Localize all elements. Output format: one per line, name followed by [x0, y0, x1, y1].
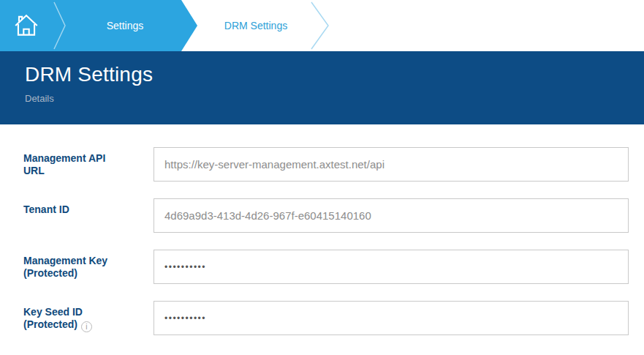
field-label: Management Key (Protected) — [0, 250, 154, 280]
tenant-id-input[interactable] — [154, 198, 629, 233]
field-row-tenant-id: Tenant ID — [0, 198, 644, 233]
drm-settings-page: Settings DRM Settings DRM Settings Detai… — [0, 0, 644, 355]
key-seed-id-input[interactable] — [154, 301, 629, 335]
chevron-right-icon — [311, 2, 328, 49]
field-label-text: Key Seed ID (Protected) — [23, 306, 83, 330]
field-label-text: Management Key (Protected) — [23, 255, 107, 279]
field-label: Management API URL — [0, 147, 154, 177]
breadcrumb-home[interactable] — [0, 0, 53, 51]
field-label-text: Management API URL — [23, 152, 105, 176]
breadcrumb-item-drm-settings[interactable]: DRM Settings — [203, 0, 308, 51]
management-key-input[interactable] — [154, 250, 629, 284]
page-header: DRM Settings Details — [0, 51, 644, 124]
management-api-url-input[interactable] — [154, 147, 629, 182]
page-subtitle: Details — [25, 93, 644, 104]
info-icon[interactable]: i — [81, 321, 92, 332]
home-icon — [12, 12, 40, 40]
breadcrumb-item-settings[interactable]: Settings — [70, 0, 180, 51]
field-label-text: Tenant ID — [23, 203, 69, 215]
field-label: Tenant ID — [0, 198, 154, 216]
field-label: Key Seed ID (Protected)i — [0, 301, 154, 332]
page-title: DRM Settings — [25, 63, 644, 86]
drm-settings-form: Management API URL Tenant ID Management … — [0, 124, 644, 335]
field-row-key-seed-id: Key Seed ID (Protected)i — [0, 301, 644, 335]
field-row-management-api-url: Management API URL — [0, 147, 644, 182]
field-row-management-key: Management Key (Protected) — [0, 250, 644, 284]
breadcrumb: Settings DRM Settings — [0, 0, 644, 51]
